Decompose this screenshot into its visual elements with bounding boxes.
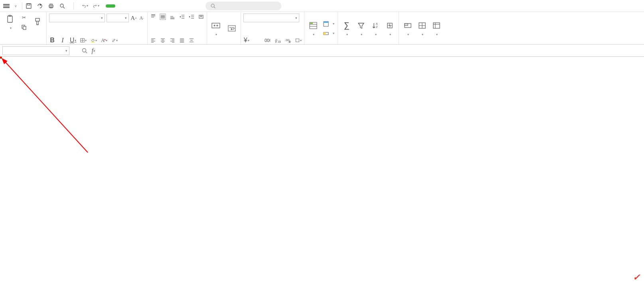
file-menu[interactable]: ∨	[11, 3, 19, 9]
number-format-select[interactable]: ▾	[243, 14, 299, 22]
svg-rect-76	[405, 24, 408, 26]
save-as-icon[interactable]	[37, 3, 43, 9]
svg-rect-71	[324, 32, 326, 35]
svg-rect-3	[50, 4, 52, 5]
copy-button[interactable]	[20, 24, 30, 31]
fill-button[interactable]: ▾	[383, 20, 396, 38]
wrap-text-button[interactable]	[225, 23, 238, 35]
align-left-button[interactable]	[150, 37, 156, 44]
align-center-button[interactable]	[160, 37, 166, 44]
bold-button[interactable]: B	[49, 37, 55, 44]
svg-point-7	[211, 4, 214, 7]
conditional-format-button[interactable]: ▾	[307, 20, 320, 38]
font-size-select[interactable]: ▾	[107, 14, 129, 22]
currency-button[interactable]: ¥▾	[243, 37, 250, 44]
spreadsheet-grid[interactable]	[0, 57, 644, 285]
group-styles: ▾ ▾ ▾	[304, 12, 338, 44]
copy-icon	[21, 24, 27, 30]
tab-data[interactable]	[155, 4, 157, 8]
cell-button[interactable]: ▾	[401, 20, 414, 38]
paste-label: ▾	[10, 25, 12, 30]
search-box[interactable]	[205, 2, 281, 10]
sort-button[interactable]: AZ ▾	[369, 20, 382, 38]
sort-icon: AZ	[371, 21, 380, 30]
formula-input[interactable]	[99, 47, 642, 55]
percent-button[interactable]	[254, 37, 260, 44]
italic-button[interactable]: I	[59, 37, 66, 44]
menu-left: ∨ ▾ ▾	[3, 2, 99, 10]
worksheet-button[interactable]: ▾	[430, 20, 443, 38]
merge-label: ▾	[215, 31, 217, 37]
fx-icon[interactable]: fx	[90, 48, 97, 54]
merge-center-button[interactable]: ▾	[209, 20, 222, 38]
cut-button[interactable]: ✂	[20, 14, 30, 21]
align-top-button[interactable]	[150, 14, 156, 20]
fill-color-button[interactable]: ▾	[91, 37, 97, 44]
tab-view[interactable]	[176, 4, 178, 8]
print-icon[interactable]	[48, 3, 54, 9]
font-color-button[interactable]: A▾	[101, 37, 107, 44]
sigma-icon: ∑	[342, 21, 352, 30]
cond-format-label: ▾	[312, 31, 314, 37]
tab-pagelayout[interactable]	[134, 4, 136, 8]
svg-rect-18	[105, 39, 105, 40]
border-button[interactable]: ▾	[80, 37, 87, 44]
cell-style-button[interactable]: ▾	[322, 30, 335, 37]
tab-insert[interactable]	[124, 4, 126, 8]
justify-button[interactable]	[179, 37, 185, 44]
group-editing: ∑ ▾ ▾ AZ ▾ ▾	[338, 12, 399, 44]
sum-button[interactable]: ∑ ▾	[340, 20, 353, 38]
quick-access-toolbar: ▾ ▾	[26, 2, 99, 10]
svg-line-6	[63, 7, 65, 8]
svg-rect-9	[8, 16, 12, 22]
merge-icon	[211, 21, 221, 30]
paste-button[interactable]: ▾	[4, 14, 17, 31]
distribute-button[interactable]	[188, 37, 195, 44]
font-name-select[interactable]: ▾	[49, 14, 105, 22]
search-input[interactable]	[218, 3, 278, 9]
print-preview-icon[interactable]	[59, 3, 65, 9]
filter-button[interactable]: ▾	[355, 20, 367, 38]
decrease-decimal-button[interactable]: .00.0	[285, 37, 291, 44]
fill-handle[interactable]	[0, 57, 2, 59]
rowcol-button[interactable]: ▾	[416, 20, 429, 38]
tab-review[interactable]	[166, 4, 167, 8]
tab-devtools[interactable]	[186, 4, 188, 8]
format-painter-button[interactable]	[31, 16, 44, 28]
comma-style-button[interactable]: 000	[264, 37, 271, 44]
menu-icon[interactable]	[3, 4, 10, 8]
save-icon[interactable]	[26, 3, 32, 9]
zoom-icon[interactable]	[81, 48, 88, 54]
cond-format-icon	[308, 21, 318, 30]
svg-text:Z: Z	[376, 26, 378, 28]
svg-point-5	[60, 4, 63, 7]
svg-text:000: 000	[265, 38, 270, 43]
fx-area: ✕ fx	[73, 47, 642, 55]
increase-indent-button[interactable]	[188, 14, 195, 20]
increase-font-button[interactable]: A+	[130, 15, 137, 21]
redo-icon[interactable]: ▾	[93, 3, 99, 9]
svg-line-8	[214, 7, 215, 8]
align-right-button[interactable]	[169, 37, 176, 44]
tab-formula[interactable]	[145, 4, 146, 8]
decrease-font-button[interactable]: A-	[138, 15, 145, 21]
group-clipboard: ▾ ✂	[2, 12, 47, 44]
filter-label: ▾	[360, 31, 362, 37]
undo-icon[interactable]: ▾	[82, 3, 88, 9]
orientation-button[interactable]	[198, 14, 204, 20]
watermark-title: ✓	[631, 272, 640, 283]
table-style-button[interactable]: ▾	[322, 20, 335, 28]
tab-start[interactable]	[106, 4, 115, 8]
increase-decimal-button[interactable]: .0.00	[275, 37, 281, 44]
underline-button[interactable]: U▾	[70, 37, 76, 44]
align-middle-button[interactable]	[160, 14, 166, 20]
decrease-indent-button[interactable]	[179, 14, 185, 20]
tab-member[interactable]	[197, 4, 198, 8]
fill-icon	[385, 21, 395, 30]
cell-label: ▾	[407, 31, 409, 37]
type-convert-button[interactable]: ▾	[295, 37, 302, 44]
align-bottom-button[interactable]	[169, 14, 176, 20]
name-box[interactable]: ▾	[2, 46, 69, 55]
svg-rect-67	[310, 23, 313, 24]
clear-format-button[interactable]: ▾	[111, 37, 118, 44]
